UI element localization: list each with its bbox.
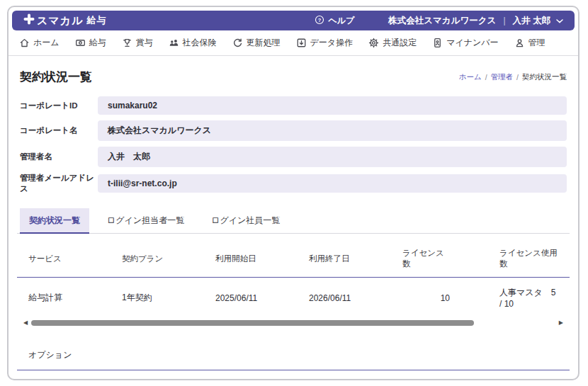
- logo-product-text: 給与: [86, 14, 106, 27]
- horizontal-scrollbar: ◀ ▶: [21, 318, 565, 328]
- data-operation-icon: [296, 38, 307, 48]
- breadcrumb-admin[interactable]: 管理者: [491, 72, 514, 82]
- help-label: ヘルプ: [328, 15, 354, 27]
- table-row: 給与計算 1年契約 2025/06/11 2026/06/11 10 人事マスタ…: [17, 278, 570, 318]
- page-content: 契約状況一覧 ホーム / 管理者 / 契約状況一覧 コーポレートID sumak…: [9, 56, 578, 380]
- nav-label: 給与: [89, 37, 106, 49]
- main-nav: ホーム 給与 賞与 社会保険 更新処理 データ操作 共通設定 マイナンバー: [9, 30, 578, 56]
- user-menu[interactable]: 入井 太郎: [513, 15, 563, 27]
- corporate-id-value: sumakaru02: [98, 96, 567, 115]
- breadcrumb: ホーム / 管理者 / 契約状況一覧: [459, 72, 567, 82]
- tab-bar: 契約状況一覧 ログイン担当者一覧 ログイン社員一覧: [17, 208, 570, 234]
- plus-logo-icon: [23, 13, 35, 28]
- app-window: スマカル 給与 ? ヘルプ 株式会社スマカルワークス | 入井 太郎 ホーム: [7, 6, 579, 380]
- nav-item-social-insurance[interactable]: 社会保険: [169, 37, 217, 49]
- col-header-license-count: ライセンス数: [402, 248, 450, 269]
- nav-item-data-operation[interactable]: データ操作: [296, 37, 354, 49]
- breadcrumb-home[interactable]: ホーム: [459, 72, 482, 82]
- cell-start-date: 2025/06/11: [215, 293, 309, 303]
- bonus-icon: [122, 38, 132, 48]
- nav-label: 更新処理: [247, 37, 281, 49]
- common-settings-icon: [368, 38, 379, 48]
- scrollbar-thumb[interactable]: [31, 320, 474, 326]
- my-number-icon: [432, 38, 443, 48]
- field-row-corporate-name: コーポレート名 株式会社スマカルワークス: [20, 120, 567, 141]
- home-icon: [19, 38, 30, 48]
- nav-item-bonus[interactable]: 賞与: [122, 37, 153, 49]
- field-row-admin-email: 管理者メールアドレス t-ilii@sr-net.co.jp: [20, 173, 567, 194]
- corporate-id-label: コーポレートID: [20, 101, 98, 111]
- scroll-right-arrow-icon[interactable]: ▶: [557, 320, 565, 326]
- corporate-name-label: コーポレート名: [20, 125, 98, 136]
- col-header-end-date: 利用終了日: [309, 254, 402, 264]
- nav-label: 管理: [528, 37, 545, 49]
- option-row-social-insurance: 社会保険: [17, 370, 570, 380]
- col-header-service: サービス: [28, 254, 122, 264]
- col-header-start-date: 利用開始日: [215, 254, 309, 264]
- top-bar: スマカル 給与 ? ヘルプ 株式会社スマカルワークス | 入井 太郎: [12, 11, 575, 30]
- field-row-admin-name: 管理者名 入井 太郎: [20, 147, 567, 167]
- admin-name-value: 入井 太郎: [98, 147, 567, 167]
- breadcrumb-separator: /: [485, 73, 487, 81]
- topbar-divider: |: [503, 16, 505, 25]
- contract-table: サービス 契約プラン 利用開始日 利用終了日 ライセンス数 ライセンス使用数 給…: [17, 234, 570, 318]
- admin-icon: [514, 38, 525, 48]
- nav-label: 共通設定: [383, 37, 417, 49]
- cell-license-count: 10: [402, 293, 450, 303]
- field-row-corporate-id: コーポレートID sumakaru02: [20, 96, 567, 115]
- col-header-license-usage: ライセンス使用数: [450, 248, 558, 269]
- app-logo[interactable]: スマカル 給与: [23, 13, 106, 28]
- help-button[interactable]: ? ヘルプ: [315, 15, 354, 27]
- tab-contract-status[interactable]: 契約状況一覧: [20, 208, 89, 234]
- nav-item-payroll[interactable]: 給与: [75, 37, 106, 49]
- cell-license-usage: 人事マスタ 5 / 10: [450, 287, 558, 309]
- logo-brand-text: スマカル: [37, 14, 83, 28]
- social-insurance-icon: [169, 38, 179, 48]
- user-name: 入井 太郎: [513, 15, 550, 27]
- page-title: 契約状況一覧: [20, 69, 92, 85]
- tab-login-employees[interactable]: ログイン社員一覧: [202, 208, 289, 233]
- options-section: オプション 社会保険 eLTAX: [17, 344, 570, 380]
- chevron-down-icon: [556, 16, 563, 25]
- payroll-icon: [75, 38, 86, 48]
- company-name: 株式会社スマカルワークス: [388, 15, 496, 27]
- col-header-plan: 契約プラン: [122, 254, 215, 264]
- nav-item-admin[interactable]: 管理: [514, 37, 545, 49]
- options-title: オプション: [17, 344, 570, 370]
- admin-name-label: 管理者名: [20, 152, 98, 162]
- cell-end-date: 2026/06/11: [309, 293, 402, 303]
- nav-item-home[interactable]: ホーム: [19, 37, 60, 49]
- nav-label: データ操作: [310, 37, 354, 49]
- breadcrumb-separator: /: [516, 73, 519, 81]
- nav-label: ホーム: [33, 37, 60, 49]
- corporate-info: コーポレートID sumakaru02 コーポレート名 株式会社スマカルワークス…: [17, 96, 570, 194]
- contract-table-header: サービス 契約プラン 利用開始日 利用終了日 ライセンス数 ライセンス使用数: [17, 234, 570, 278]
- admin-email-label: 管理者メールアドレス: [20, 173, 98, 194]
- scrollbar-track[interactable]: [30, 320, 557, 326]
- svg-text:?: ?: [318, 16, 322, 23]
- help-icon: ?: [315, 15, 324, 27]
- nav-label: マイナンバー: [446, 37, 498, 49]
- tab-login-staff[interactable]: ログイン担当者一覧: [98, 208, 193, 233]
- nav-label: 社会保険: [183, 37, 217, 49]
- nav-label: 賞与: [136, 37, 153, 49]
- corporate-name-value: 株式会社スマカルワークス: [98, 120, 567, 141]
- nav-item-common-settings[interactable]: 共通設定: [368, 37, 417, 49]
- nav-item-update-process[interactable]: 更新処理: [232, 37, 281, 49]
- update-process-icon: [232, 38, 243, 48]
- cell-plan: 1年契約: [122, 292, 215, 304]
- scroll-left-arrow-icon[interactable]: ◀: [21, 320, 30, 326]
- nav-item-my-number[interactable]: マイナンバー: [432, 37, 498, 49]
- admin-email-value: t-ilii@sr-net.co.jp: [98, 174, 567, 193]
- breadcrumb-current: 契約状況一覧: [522, 72, 567, 82]
- cell-service: 給与計算: [28, 292, 122, 304]
